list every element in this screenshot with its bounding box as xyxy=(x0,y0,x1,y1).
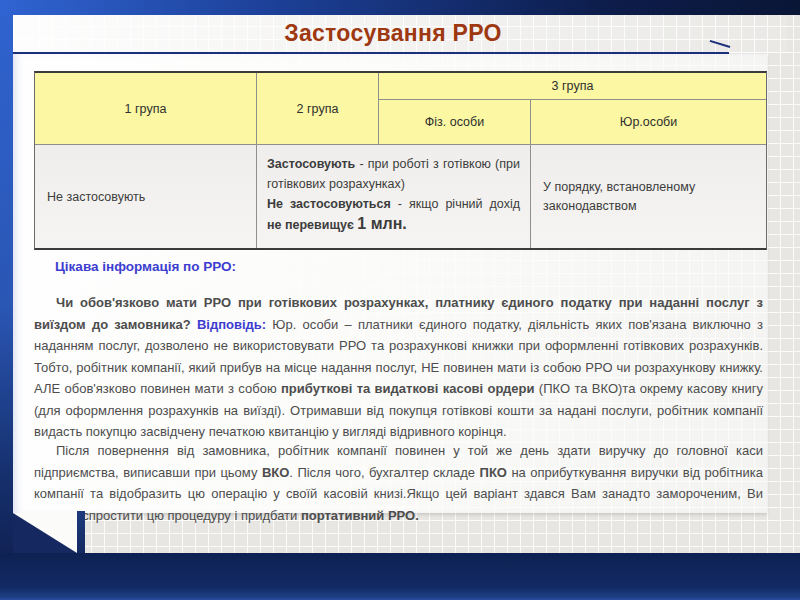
speech-bubble-tail-white xyxy=(13,513,77,553)
table-header-group3: 3 група xyxy=(379,73,766,99)
title-underline xyxy=(13,52,729,54)
paragraph-question-answer: Чи обов'язково мати РРО при готівкових р… xyxy=(34,292,763,443)
bottom-navy-band xyxy=(0,553,800,600)
table-cell-group2-fiz: Застосовують - при роботі з готівкою (пр… xyxy=(257,145,530,248)
table-header-fiz-osoby: Фіз. особи xyxy=(379,100,530,144)
table-cell-group1: Не застосовують xyxy=(35,145,256,248)
table-header-yur-osoby: Юр.особи xyxy=(531,100,766,144)
table-cell-group2-line1: Застосовують - при роботі з готівкою (пр… xyxy=(267,154,520,194)
table-header-group2: 2 група xyxy=(257,73,378,144)
tail-accent-bar xyxy=(77,511,85,553)
speech-bubble-tail xyxy=(13,513,77,553)
table-header-group1: 1 група xyxy=(35,73,256,144)
table-cell-group2-line2: Не застосовуються - якщо річний дохід не… xyxy=(267,194,520,235)
slide-title: Застосування РРО xyxy=(13,20,773,47)
rro-groups-table: 1 група 2 група 3 група Фіз. особи Юр.ос… xyxy=(34,71,767,250)
left-blue-stripe xyxy=(0,0,13,557)
info-heading: Цікава інформація по РРО: xyxy=(55,259,236,274)
top-gradient-bar xyxy=(0,0,800,15)
presentation-slide: Застосування РРО 1 група 2 група 3 група… xyxy=(0,0,800,600)
paragraph-return-procedure: Після повернення від замовника, робітник… xyxy=(34,440,763,526)
table-cell-yur: У порядку, встановленому законодавством xyxy=(531,145,766,248)
